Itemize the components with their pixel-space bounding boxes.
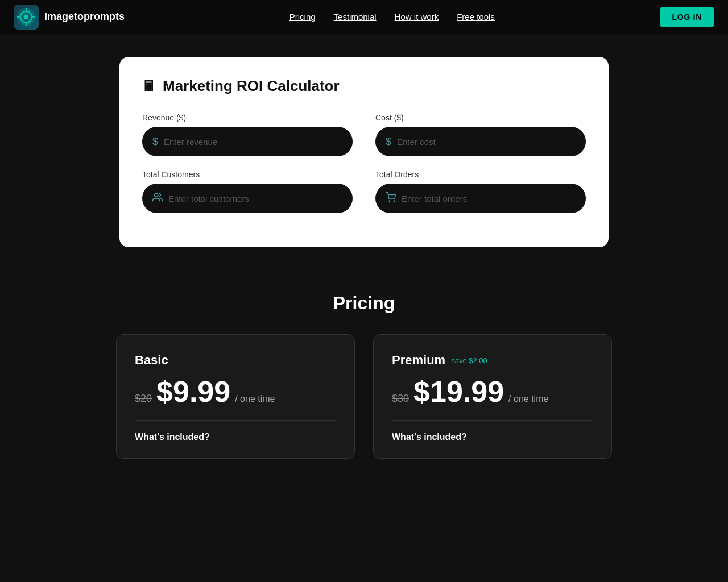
total-orders-input-wrap xyxy=(375,184,586,213)
cost-input[interactable] xyxy=(397,137,576,147)
nav-link-free-tools[interactable]: Free tools xyxy=(457,12,495,22)
svg-point-8 xyxy=(389,201,390,202)
basic-divider xyxy=(135,420,336,421)
premium-price-row: $30 $19.99 / one time xyxy=(392,375,593,409)
calculator-title: 🖩 Marketing ROI Calculator xyxy=(142,77,586,95)
basic-plan-card: Basic $20 $9.99 / one time What's includ… xyxy=(116,334,355,459)
total-orders-input[interactable] xyxy=(402,194,576,203)
nav-link-testimonial[interactable]: Testimonial xyxy=(334,12,377,22)
cost-label: Cost ($) xyxy=(375,113,586,122)
calculator-icon: 🖩 xyxy=(142,78,156,94)
svg-point-2 xyxy=(24,15,28,19)
premium-current-price: $19.99 xyxy=(413,375,504,409)
premium-price-period: / one time xyxy=(508,394,548,404)
total-customers-input[interactable] xyxy=(168,194,342,203)
premium-plan-card: Premium save $2.00 $30 $19.99 / one time… xyxy=(373,334,612,459)
premium-plan-name: Premium save $2.00 xyxy=(392,353,593,368)
basic-price-period: / one time xyxy=(235,394,275,404)
cart-icon xyxy=(386,192,396,205)
dollar-icon-revenue: $ xyxy=(152,136,158,148)
pricing-cards: Basic $20 $9.99 / one time What's includ… xyxy=(14,334,714,459)
dollar-icon-cost: $ xyxy=(386,136,391,148)
calculator-card: 🖩 Marketing ROI Calculator Revenue ($) $… xyxy=(119,57,609,247)
basic-current-price: $9.99 xyxy=(156,375,230,409)
cost-field: Cost ($) $ xyxy=(375,113,586,156)
navbar: Imagetoprompts Pricing Testimonial How i… xyxy=(0,0,728,34)
nav-link-how-it-work[interactable]: How it work xyxy=(395,12,439,22)
revenue-input[interactable] xyxy=(164,137,342,147)
revenue-field: Revenue ($) $ xyxy=(142,113,353,156)
revenue-input-wrap: $ xyxy=(142,127,353,156)
total-customers-label: Total Customers xyxy=(142,170,353,179)
people-icon xyxy=(152,192,163,205)
revenue-label: Revenue ($) xyxy=(142,113,353,122)
total-customers-field: Total Customers xyxy=(142,170,353,213)
premium-original-price: $30 xyxy=(392,393,409,405)
svg-point-9 xyxy=(394,201,395,202)
brand-name: Imagetoprompts xyxy=(44,11,125,23)
premium-whats-included: What's included? xyxy=(392,432,593,442)
total-orders-label: Total Orders xyxy=(375,170,586,179)
basic-price-row: $20 $9.99 / one time xyxy=(135,375,336,409)
nav-link-pricing[interactable]: Pricing xyxy=(289,12,316,22)
pricing-title: Pricing xyxy=(14,293,714,314)
calculator-fields: Revenue ($) $ Cost ($) $ Total Customers xyxy=(142,113,586,213)
premium-divider xyxy=(392,420,593,421)
cost-input-wrap: $ xyxy=(375,127,586,156)
total-orders-field: Total Orders xyxy=(375,170,586,213)
nav-links: Pricing Testimonial How it work Free too… xyxy=(289,12,495,22)
brand: Imagetoprompts xyxy=(14,5,125,30)
basic-original-price: $20 xyxy=(135,393,152,405)
brand-logo xyxy=(14,5,39,30)
login-button[interactable]: LOG IN xyxy=(660,7,714,27)
premium-save-badge[interactable]: save $2.00 xyxy=(451,356,487,365)
basic-plan-name: Basic xyxy=(135,353,336,368)
total-customers-input-wrap xyxy=(142,184,353,213)
pricing-section: Pricing Basic $20 $9.99 / one time What'… xyxy=(0,270,728,493)
svg-point-7 xyxy=(155,193,158,197)
basic-whats-included: What's included? xyxy=(135,432,336,442)
